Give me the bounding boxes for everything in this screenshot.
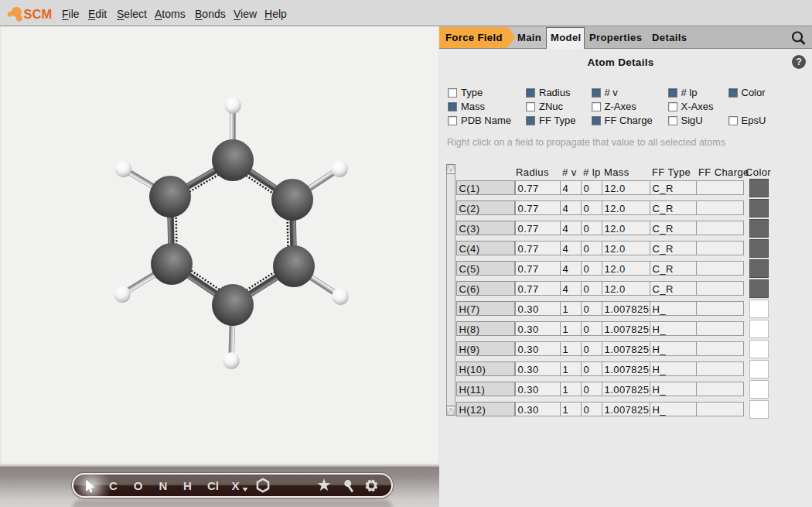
svg-text:SCM: SCM [24, 7, 53, 21]
svg-text:C: C [109, 479, 118, 492]
svg-text:O: O [134, 479, 143, 492]
svg-text:Cl: Cl [207, 479, 219, 492]
svg-text:N: N [159, 479, 168, 492]
svg-text:X: X [231, 479, 239, 492]
svg-text:H: H [183, 479, 192, 492]
